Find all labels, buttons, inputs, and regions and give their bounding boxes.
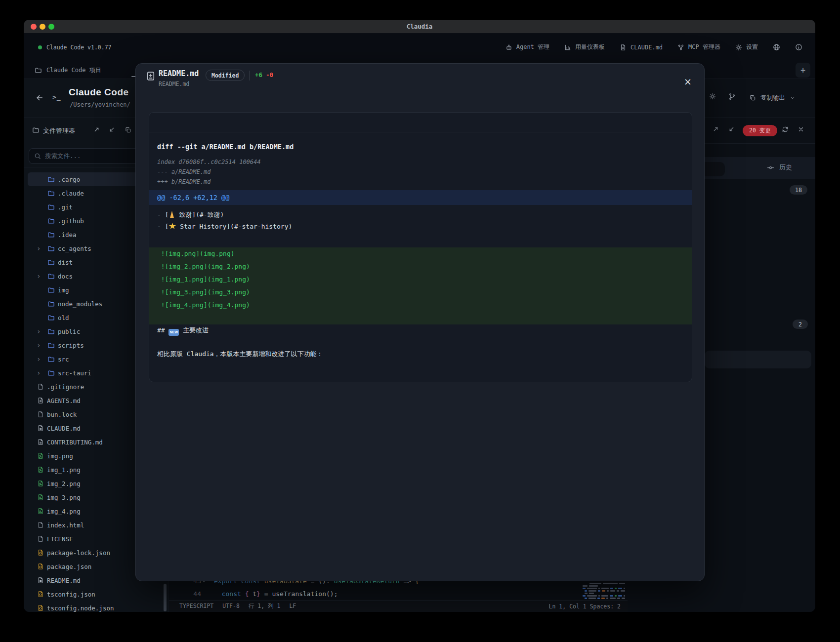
tree-item-label: bun.lock: [47, 411, 77, 418]
minimap-row: [583, 598, 625, 599]
json-file-icon: [37, 563, 44, 570]
diff-line: index d76086f..c0c2514 100644: [149, 157, 692, 167]
menu-item-label: CLAUDE.md: [630, 44, 663, 51]
tree-item-label: AGENTS.md: [47, 397, 81, 404]
diff-line: [149, 336, 692, 348]
add-tab-button[interactable]: +: [796, 63, 810, 78]
collapse-icon[interactable]: [109, 126, 115, 133]
tree-item-tsconfig.node.json[interactable]: tsconfig.node.json: [28, 601, 163, 612]
menu-item-chart[interactable]: 用量仪表板: [564, 43, 605, 51]
plus-icon: +: [800, 65, 805, 75]
diff-line: ![img.png](img.png): [149, 247, 692, 260]
copy-output-button[interactable]: 复制输出: [749, 89, 796, 107]
app-version-label: Claude Code v1.0.77: [46, 44, 112, 51]
menu-item-bot[interactable]: Agent 管理: [505, 43, 549, 51]
json-file-icon: [37, 549, 44, 557]
history-label: 历史: [779, 163, 792, 172]
tree-item-label: CLAUDE.md: [47, 425, 81, 432]
code-line-44[interactable]: 44 const { t} = useTranslation();: [169, 587, 628, 600]
folder-icon: [47, 190, 55, 197]
folder-icon: [47, 356, 55, 363]
star-emoji: [168, 223, 176, 230]
terminal-prompt-icon: >_: [52, 93, 61, 101]
tree-item-label: .cargo: [58, 176, 80, 183]
diff-line: [149, 233, 692, 244]
tree-item-label: LICENSE: [47, 535, 73, 543]
copy-icon[interactable]: [125, 126, 131, 133]
refresh-icon[interactable]: [782, 126, 789, 133]
diff-line: - [ Star History](#-star-history): [149, 221, 692, 233]
folder-icon: [47, 286, 55, 294]
added-count: +6: [255, 71, 262, 79]
collapse-icon[interactable]: [728, 126, 735, 132]
tree-item-label: package-lock.json: [47, 549, 110, 557]
expand-icon[interactable]: [713, 126, 719, 132]
bot-icon: [505, 44, 512, 51]
menu-item-globe[interactable]: [773, 43, 780, 51]
tree-item-label: img_2.png: [47, 480, 81, 487]
status-cursor-position: Ln 1, Col 1 Spaces: 2: [549, 603, 621, 610]
pray-emoji: [168, 211, 175, 218]
menu-item-gear[interactable]: 设置: [735, 43, 758, 51]
status-segment: TYPESCRIPT: [179, 602, 213, 610]
status-dot-icon: [38, 45, 42, 49]
code-text: const { t} = useTranslation();: [214, 590, 337, 598]
tree-item-label: img_3.png: [47, 494, 81, 501]
line-number: 44: [169, 590, 201, 598]
expand-icon[interactable]: [93, 126, 100, 133]
minimap-row: [583, 588, 625, 589]
sidebar-scrollbar[interactable]: [164, 584, 167, 611]
diff-modal: README.md README.md Modified +6 -0 × dif…: [135, 63, 705, 581]
img-file-icon: [37, 508, 44, 515]
git-branch-icon[interactable]: [728, 93, 736, 100]
file-file-icon: [37, 535, 44, 543]
close-icon[interactable]: [798, 126, 804, 133]
minimap[interactable]: [583, 583, 625, 602]
info-icon: [795, 43, 802, 51]
count-badge: 2: [793, 320, 808, 329]
tree-item-label: img_4.png: [47, 508, 81, 515]
modal-subtitle: README.md: [159, 80, 189, 87]
app-brand: Claude Code v1.0.77: [38, 44, 112, 51]
tree-item-label: .claude: [58, 190, 84, 197]
md-file-icon: [37, 425, 44, 432]
tree-item-label: old: [58, 314, 69, 321]
tab-label: Claude Code 项目: [46, 66, 101, 75]
tree-item-label: scripts: [58, 342, 84, 349]
diff-card-header: [149, 113, 692, 132]
folder-icon: [47, 259, 55, 266]
menu-item-mcp[interactable]: MCP 管理器: [677, 43, 720, 51]
modal-close-button[interactable]: ×: [682, 76, 693, 87]
modal-title: README.md: [159, 69, 199, 78]
minimap-row: [583, 583, 625, 584]
folder-icon: [35, 67, 42, 74]
project-title: Claude Code: [69, 87, 129, 98]
copy-icon: [749, 94, 756, 101]
history-tab[interactable]: 历史: [767, 163, 792, 172]
status-segment: 行 1, 列 1: [249, 602, 281, 610]
diff-line: ![img_1.png](img_1.png): [149, 273, 692, 286]
search-icon: [34, 153, 41, 160]
minimap-row: [583, 595, 625, 597]
menu-item-label: Agent 管理: [516, 43, 549, 51]
file-file-icon: [37, 522, 44, 529]
session-input-bar[interactable]: [705, 351, 811, 368]
diff-line: ![img_3.png](img_3.png): [149, 286, 692, 299]
back-arrow-button[interactable]: [35, 93, 44, 103]
img-file-icon: [37, 466, 44, 474]
img-file-icon: [37, 494, 44, 501]
json-file-icon: [37, 604, 44, 612]
search-placeholder: 搜索文件...: [45, 152, 81, 160]
tree-item-label: CONTRIBUTING.md: [47, 439, 103, 446]
folder-icon: [47, 300, 55, 308]
chevron-right-icon: ›: [37, 245, 47, 252]
gear-icon[interactable]: [709, 93, 716, 100]
menu-item-filetext[interactable]: CLAUDE.md: [620, 44, 663, 51]
menu-item-info[interactable]: [795, 43, 802, 51]
tree-item-tsconfig.json[interactable]: tsconfig.json: [28, 587, 163, 601]
chevron-right-icon: ›: [37, 356, 47, 362]
chevron-right-icon: ›: [37, 342, 47, 349]
tab-claude-code-project[interactable]: Claude Code 项目: [30, 61, 106, 79]
tree-item-label: README.md: [47, 577, 81, 584]
file-manager-label: 文件管理器: [43, 126, 75, 135]
